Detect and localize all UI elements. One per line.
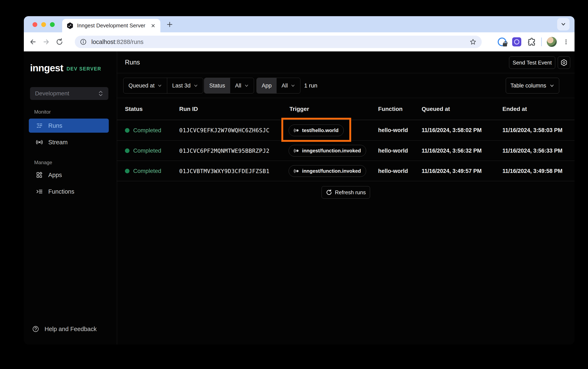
- refresh-runs-button[interactable]: Refresh runs: [321, 186, 370, 199]
- sidebar-item-apps[interactable]: Apps: [29, 168, 109, 182]
- sort-field-dropdown[interactable]: Queued at: [123, 78, 167, 93]
- status-value-text: All: [235, 82, 241, 89]
- page-title: Runs: [125, 51, 140, 73]
- browser-window: Inngest Development Server: [24, 16, 575, 345]
- extensions-area: [498, 32, 575, 51]
- sidebar: inngest DEV SERVER Development Monitor R…: [24, 51, 117, 345]
- back-button[interactable]: [29, 38, 37, 46]
- table-columns-label: Table columns: [510, 82, 546, 89]
- url-host: localhost: [91, 39, 115, 45]
- chevron-down-icon: [193, 83, 198, 88]
- status-dot: [125, 169, 130, 173]
- purple-extension-icon[interactable]: [512, 37, 521, 46]
- trigger-name: inngest/function.invoked: [302, 148, 361, 154]
- forward-button[interactable]: [42, 38, 50, 46]
- help-icon: [32, 326, 39, 332]
- extensions-puzzle-icon[interactable]: [527, 37, 536, 46]
- page-header: Runs Send Test Event: [117, 51, 575, 73]
- sidebar-item-label: Functions: [48, 188, 74, 195]
- table-row[interactable]: Completed 01JCVC6PF2MQNMTWE95BBRZPJ2 inn…: [117, 141, 575, 161]
- help-and-feedback[interactable]: Help and Feedback: [32, 326, 97, 332]
- section-label-monitor: Monitor: [34, 109, 51, 115]
- section-label-manage: Manage: [34, 160, 52, 165]
- browser-tab[interactable]: Inngest Development Server: [62, 19, 160, 32]
- table-row[interactable]: Completed 01JCVBTMV3WXY9D3CFDEJFZSB1 inn…: [117, 161, 575, 181]
- table-header: Status Run ID Trigger Function Queued at…: [117, 98, 575, 120]
- apps-icon: [36, 171, 43, 178]
- url-path: :8288/runs: [115, 39, 143, 45]
- queued-at: 11/16/2024, 3:58:02 PM: [422, 127, 482, 133]
- column-header-queued-at: Queued at: [422, 98, 450, 120]
- status-label: Completed: [133, 147, 161, 154]
- url-text[interactable]: localhost:8288/runs: [91, 39, 144, 45]
- status-filter-dropdown[interactable]: All: [230, 78, 254, 93]
- status-dot: [125, 128, 130, 133]
- browser-menu-icon[interactable]: [563, 38, 569, 45]
- sidebar-item-stream[interactable]: Stream: [29, 135, 109, 149]
- queued-at: 11/16/2024, 3:49:57 PM: [422, 168, 482, 174]
- sidebar-item-label: Stream: [48, 139, 68, 146]
- trigger-pill[interactable]: inngest/function.invoked: [289, 145, 366, 156]
- environment-selector[interactable]: Development: [30, 87, 108, 100]
- gear-icon: [560, 59, 568, 66]
- sidebar-item-label: Runs: [48, 122, 62, 129]
- browser-toolbar: localhost:8288/runs: [24, 32, 575, 51]
- column-header-function: Function: [378, 98, 403, 120]
- tab-close-icon[interactable]: [150, 23, 156, 29]
- profile-avatar[interactable]: [547, 37, 557, 47]
- reload-button[interactable]: [55, 38, 64, 46]
- status-dot: [125, 148, 130, 153]
- chevron-down-icon: [291, 83, 295, 88]
- sidebar-item-functions[interactable]: Functions: [29, 184, 109, 199]
- refresh-icon: [326, 189, 332, 195]
- table-columns-button[interactable]: Table columns: [506, 78, 559, 93]
- event-icon: [294, 148, 299, 154]
- app-filter-dropdown[interactable]: All: [277, 78, 300, 93]
- site-info-icon[interactable]: [80, 38, 87, 45]
- status-filter: Status All: [204, 78, 254, 93]
- tab-search-button[interactable]: [557, 18, 569, 31]
- trigger-pill[interactable]: inngest/function.invoked: [289, 165, 366, 177]
- trigger-pill[interactable]: test/hello.world: [289, 125, 344, 136]
- url-bar[interactable]: localhost:8288/runs: [75, 36, 482, 48]
- column-header-trigger: Trigger: [289, 98, 309, 120]
- password-manager-extension-icon[interactable]: [498, 38, 506, 46]
- inngest-app: inngest DEV SERVER Development Monitor R…: [24, 51, 575, 345]
- function-name: hello-world: [378, 148, 408, 154]
- settings-gear-button[interactable]: [558, 56, 570, 69]
- time-range-dropdown[interactable]: Last 3d: [167, 78, 203, 93]
- macos-minimize-button[interactable]: [41, 22, 46, 27]
- environment-value: Development: [35, 90, 98, 97]
- run-count: 1 run: [304, 73, 317, 98]
- main-panel: Runs Send Test Event Queued at: [117, 51, 575, 345]
- sidebar-item-runs[interactable]: Runs: [29, 119, 109, 133]
- column-header-run-id: Run ID: [179, 98, 198, 120]
- sidebar-item-label: Apps: [48, 172, 62, 178]
- status-label-text: Status: [209, 82, 225, 89]
- ended-at: 11/16/2024, 3:58:03 PM: [502, 127, 563, 133]
- app-label-text: App: [262, 82, 272, 89]
- help-label: Help and Feedback: [45, 326, 97, 332]
- macos-close-button[interactable]: [32, 22, 37, 27]
- new-tab-button[interactable]: [166, 21, 173, 28]
- bookmark-star-icon[interactable]: [469, 38, 477, 46]
- run-id: 01JCVBTMV3WXY9D3CFDEJFZSB1: [179, 168, 269, 174]
- send-test-event-button[interactable]: Send Test Event: [509, 56, 555, 69]
- status-label: Completed: [133, 127, 161, 134]
- table-row[interactable]: Completed 01JCVC9EFKJ2W70WQHC6ZH6SJC tes…: [117, 120, 575, 141]
- tab-title: Inngest Development Server: [77, 22, 150, 29]
- trigger-name: test/hello.world: [302, 127, 339, 133]
- status-filter-label: Status: [204, 78, 230, 93]
- status-label: Completed: [133, 168, 161, 174]
- app-value-text: All: [282, 82, 288, 89]
- inngest-favicon-icon: [66, 22, 74, 30]
- function-name: hello-world: [378, 127, 408, 133]
- event-icon: [294, 127, 299, 133]
- ended-at: 11/16/2024, 3:49:58 PM: [502, 168, 563, 174]
- chevron-updown-icon: [98, 90, 103, 97]
- column-header-status: Status: [125, 98, 143, 120]
- macos-zoom-button[interactable]: [50, 22, 55, 27]
- runs-icon: [36, 122, 43, 129]
- function-name: hello-world: [378, 168, 408, 174]
- run-id: 01JCVC6PF2MQNMTWE95BBRZPJ2: [179, 148, 269, 154]
